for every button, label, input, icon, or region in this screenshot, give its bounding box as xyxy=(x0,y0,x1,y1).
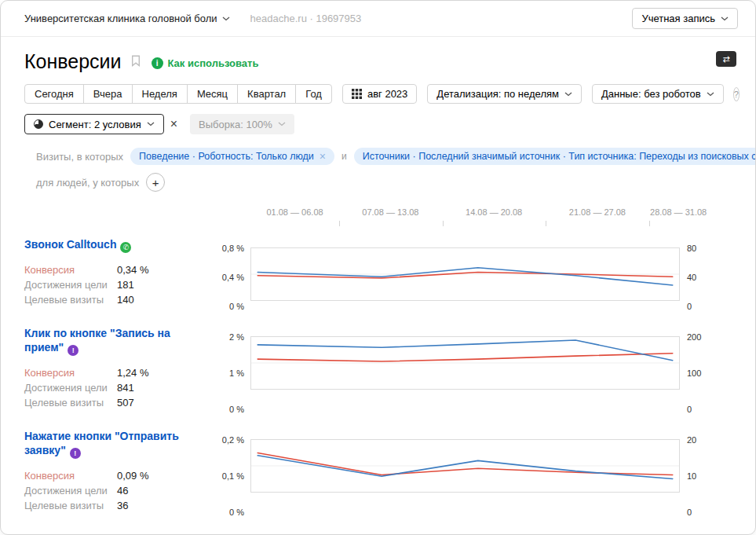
y-tick: 0,2 % xyxy=(222,435,244,445)
goal-title-link[interactable]: Клик по кнопке "Запись на прием" xyxy=(24,327,170,354)
metric-conversion: Конверсия 1,24 % xyxy=(24,365,199,380)
condition-chip-label: Источники · Последний значимый источник … xyxy=(363,151,756,162)
metric-value: 0,34 % xyxy=(117,262,148,277)
period-quarter-button[interactable]: Квартал xyxy=(237,84,296,104)
metric-target-visits: Целевые визиты 140 xyxy=(24,292,199,307)
condition-chip-source[interactable]: Источники · Последний значимый источник … xyxy=(354,148,756,165)
visits-conditions-row: Визиты, в которых Поведение · Роботность… xyxy=(24,147,708,166)
line-chart-plot[interactable] xyxy=(250,247,680,301)
y-tick: 0,1 % xyxy=(222,471,244,481)
period-year-button[interactable]: Год xyxy=(295,84,332,104)
x-axis-label: 01.08 — 06.08 xyxy=(266,207,323,217)
chevron-down-icon xyxy=(222,16,230,21)
y-tick: 10 xyxy=(687,471,696,481)
y-axis-right: 20 10 0 xyxy=(680,439,708,513)
y-axis-right: 80 40 0 xyxy=(680,247,708,307)
counter-selector[interactable]: Университетская клиника головной боли xyxy=(24,13,230,24)
help-icon[interactable]: ? xyxy=(733,87,740,101)
period-today-button[interactable]: Сегодня xyxy=(24,84,84,104)
y-tick: 0 xyxy=(687,302,692,311)
y-tick: 100 xyxy=(687,368,701,378)
metric-label: Достижения цели xyxy=(24,483,117,498)
account-button-label: Учетная запись xyxy=(641,13,715,24)
goal-row-calltouch: Звонок Calltouch✆ Конверсия 0,34 % Дости… xyxy=(24,237,708,307)
how-to-use-link[interactable]: i Как использовать xyxy=(152,57,259,69)
goal-info: Нажатие кнопки "Отправить заявку"! Конве… xyxy=(24,429,213,513)
add-people-condition-button[interactable]: + xyxy=(146,173,165,192)
y-tick: 1 % xyxy=(229,368,244,378)
goal-row-submit-click: Нажатие кнопки "Отправить заявку"! Конве… xyxy=(24,429,708,513)
metric-conversion: Конверсия 0,09 % xyxy=(24,468,199,483)
y-tick: 20 xyxy=(687,435,696,445)
chevron-down-icon xyxy=(147,122,155,126)
y-axis-left: 0,8 % 0,4 % 0 % xyxy=(213,247,250,307)
y-tick: 200 xyxy=(687,332,701,342)
segment-clear-button[interactable]: × xyxy=(170,118,177,130)
y-tick: 40 xyxy=(687,273,696,282)
chart-calltouch: 0,8 % 0,4 % 0 % 80 40 0 xyxy=(213,237,708,307)
account-button[interactable]: Учетная запись xyxy=(632,8,738,29)
segment-pie-icon xyxy=(34,119,43,129)
metric-goal-reaches: Достижения цели 46 xyxy=(24,483,199,498)
remove-condition-icon[interactable]: × xyxy=(320,151,326,162)
y-tick: 0 xyxy=(687,405,692,414)
segment-button[interactable]: Сегмент: 2 условия xyxy=(24,114,164,134)
y-tick: 0 % xyxy=(229,508,244,517)
metric-target-visits: Целевые визиты 507 xyxy=(24,395,199,410)
metric-label: Целевые визиты xyxy=(24,498,117,513)
metric-conversion: Конверсия 0,34 % xyxy=(24,262,199,277)
visits-conditions-label: Визиты, в которых xyxy=(36,151,123,163)
title-row: Конверсии i Как использовать xyxy=(24,48,708,75)
sampling-button[interactable]: Выборка: 100% xyxy=(190,114,294,134)
metric-value: 0,09 % xyxy=(117,468,148,483)
metric-label: Целевые визиты xyxy=(24,395,117,410)
goal-type-icon: ! xyxy=(68,345,79,356)
top-bar: Университетская клиника головной боли he… xyxy=(1,1,755,37)
y-tick: 0,4 % xyxy=(222,273,244,282)
period-month-button[interactable]: Месяц xyxy=(187,84,238,104)
metric-value: 181 xyxy=(117,277,134,292)
metric-target-visits: Целевые визиты 36 xyxy=(24,498,199,513)
x-axis-label: 14.08 — 20.08 xyxy=(466,207,522,217)
goal-title-link[interactable]: Нажатие кнопки "Отправить заявку" xyxy=(24,430,179,456)
goal-type-icon: ! xyxy=(70,448,81,459)
y-axis-left: 2 % 1 % 0 % xyxy=(213,336,250,410)
goal-header: Нажатие кнопки "Отправить заявку"! xyxy=(24,429,199,459)
axis-tick xyxy=(649,221,650,226)
detail-dropdown[interactable]: Детализация: по неделям xyxy=(427,84,582,104)
how-to-use-label: Как использовать xyxy=(168,57,259,69)
calendar-value: авг 2023 xyxy=(367,88,407,100)
x-axis-label: 21.08 — 27.08 xyxy=(569,207,626,217)
goal-title-link[interactable]: Звонок Calltouch xyxy=(24,238,116,251)
metric-label: Достижения цели xyxy=(24,380,117,395)
line-chart-svg xyxy=(251,248,679,300)
people-conditions-row: для людей, у которых + xyxy=(24,173,708,192)
period-week-button[interactable]: Неделя xyxy=(132,84,188,104)
goal-row-booking-click: Клик по кнопке "Запись на прием"! Конвер… xyxy=(24,326,708,410)
metric-label: Достижения цели xyxy=(24,277,117,292)
y-tick: 80 xyxy=(687,244,696,253)
line-chart-svg xyxy=(251,337,679,389)
period-yesterday-button[interactable]: Вчера xyxy=(83,84,133,104)
metric-label: Конверсия xyxy=(24,365,117,380)
condition-chip-robots[interactable]: Поведение · Роботность: Только люди × xyxy=(130,148,334,165)
bookmark-icon[interactable] xyxy=(131,55,141,70)
calendar-button[interactable]: авг 2023 xyxy=(342,84,417,104)
metric-value: 1,24 % xyxy=(117,365,148,380)
data-mode-dropdown[interactable]: Данные: без роботов xyxy=(592,84,724,104)
and-connector: и xyxy=(341,151,347,162)
chart-submit-click: 0,2 % 0,1 % 0 % 20 10 0 xyxy=(213,429,708,513)
goal-info: Звонок Calltouch✆ Конверсия 0,34 % Дости… xyxy=(24,237,213,307)
metric-goal-reaches: Достижения цели 841 xyxy=(24,380,199,395)
chevron-down-icon xyxy=(564,92,572,97)
line-chart-svg xyxy=(251,440,679,492)
main-content: Конверсии i Как использовать Сегодня Вче… xyxy=(1,48,755,513)
axis-tick xyxy=(546,221,546,226)
x-axis-label: 28.08 — 31.08 xyxy=(650,207,707,217)
goal-header: Звонок Calltouch✆ xyxy=(24,237,199,253)
line-chart-plot[interactable] xyxy=(250,336,680,390)
goal-info: Клик по кнопке "Запись на прием"! Конвер… xyxy=(24,326,213,410)
info-icon: i xyxy=(152,57,163,69)
page-title: Конверсии xyxy=(24,50,122,73)
line-chart-plot[interactable] xyxy=(250,439,680,493)
